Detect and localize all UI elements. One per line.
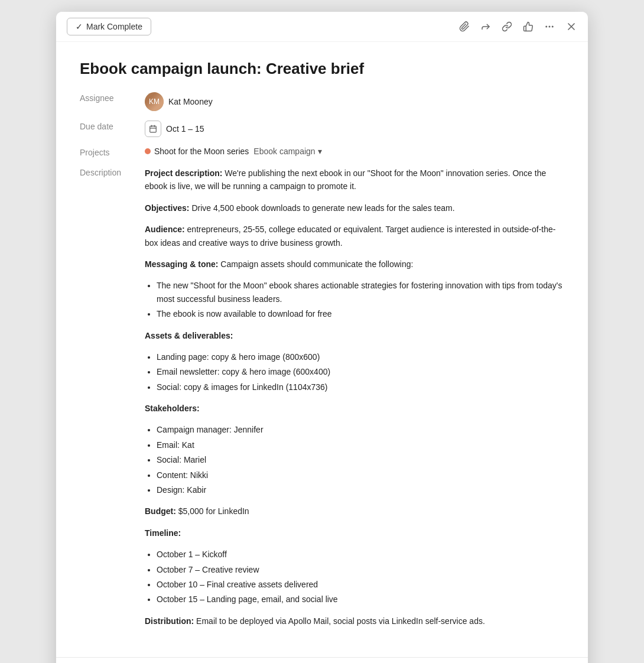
objectives-text: Drive 4,500 ebook downloads to generate … [191,203,454,213]
due-date-text: Oct 1 – 15 [166,124,204,134]
messaging-intro: Campaign assets should communicate the f… [220,259,413,269]
main-content: Ebook campaign launch: Creative brief As… [56,42,588,657]
secondary-project-name: Ebook campaign [253,147,315,156]
list-item: Email newsletter: copy & hero image (600… [157,365,564,378]
svg-point-0 [546,26,547,27]
distribution-para: Distribution: Email to be deployed via A… [145,615,564,628]
description-content: Project description: We're publishing th… [145,167,564,636]
chevron-down-icon: ▾ [318,147,322,156]
messaging-list: The new "Shoot for the Moon" ebook share… [151,279,564,320]
distribution-text: Email to be deployed via Apollo Mail, so… [196,616,485,626]
list-item: October 7 – Creative review [157,563,564,576]
budget-heading: Budget: [145,506,176,516]
projects-value: Shoot for the Moon series Ebook campaign… [145,147,322,156]
audience-text: entrepreneurs, 25-55, college educated o… [145,225,556,247]
like-icon[interactable] [523,21,534,32]
assignee-name: Kat Mooney [168,97,213,106]
stakeholders-heading-para: Stakeholders: [145,402,564,415]
more-icon[interactable] [544,21,555,32]
due-date-value: Oct 1 – 15 [145,121,204,137]
list-item: Campaign manager: Jennifer [157,423,564,436]
objectives-heading: Objectives: [145,203,189,213]
due-date-row: Due date Oct 1 – 15 [80,121,564,137]
messaging-para: Messaging & tone: Campaign assets should… [145,258,564,271]
project-dot [145,148,151,154]
timeline-list: October 1 – KickoffOctober 7 – Creative … [151,548,564,606]
comment-area: @ [56,657,588,663]
projects-label: Projects [80,147,145,157]
assignee-row: Assignee KM Kat Mooney [80,92,564,111]
projects-row: Projects Shoot for the Moon series Ebook… [80,147,564,157]
list-item: October 15 – Landing page, email, and so… [157,593,564,606]
audience-para: Audience: entrepreneurs, 25-55, college … [145,223,564,249]
check-icon: ✓ [76,22,83,31]
toolbar-icons [459,21,577,32]
stakeholders-list: Campaign manager: JenniferEmail: KatSoci… [151,423,564,496]
list-item: October 1 – Kickoff [157,548,564,561]
list-item: October 10 – Final creative assets deliv… [157,578,564,591]
task-title: Ebook campaign launch: Creative brief [80,60,564,78]
link-icon[interactable] [502,21,512,32]
close-icon[interactable] [565,21,577,32]
mark-complete-button[interactable]: ✓ Mark Complete [67,18,151,35]
share-icon[interactable] [480,21,491,32]
assets-heading: Assets & deliverables: [145,331,233,340]
list-item: Design: Kabir [157,483,564,496]
list-item: Social: copy & images for LinkedIn (1104… [157,381,564,394]
svg-rect-5 [150,126,157,132]
primary-project: Shoot for the Moon series [145,147,249,156]
svg-point-1 [549,26,550,27]
timeline-heading-para: Timeline: [145,526,564,540]
audience-heading: Audience: [145,225,185,234]
primary-project-name: Shoot for the Moon series [154,147,249,156]
distribution-heading: Distribution: [145,616,194,626]
budget-text: $5,000 for LinkedIn [178,506,249,516]
toolbar: ✓ Mark Complete [56,12,588,42]
messaging-heading: Messaging & tone: [145,259,218,269]
objectives-para: Objectives: Drive 4,500 ebook downloads … [145,202,564,214]
project-desc-para: Project description: We're publishing th… [145,167,564,193]
assets-list: Landing page: copy & hero image (800x600… [151,350,564,394]
assignee-label: Assignee [80,92,145,103]
description-row: Description Project description: We're p… [80,167,564,636]
stakeholders-heading: Stakeholders: [145,404,200,413]
task-modal: ✓ Mark Complete Ebook campa [56,12,588,663]
secondary-project[interactable]: Ebook campaign ▾ [253,147,321,156]
list-item: The new "Shoot for the Moon" ebook share… [157,279,564,306]
timeline-heading: Timeline: [145,528,181,538]
avatar-image: KM [145,92,164,111]
svg-point-2 [552,26,554,27]
description-label: Description [80,167,145,177]
attachment-icon[interactable] [459,21,470,32]
assignee-value: KM Kat Mooney [145,92,213,111]
list-item: Email: Kat [157,438,564,451]
calendar-icon [145,121,161,137]
list-item: Landing page: copy & hero image (800x600… [157,350,564,363]
project-desc-heading: Project description: [145,168,222,178]
list-item: The ebook is now available to download f… [157,307,564,320]
budget-para: Budget: $5,000 for LinkedIn [145,505,564,518]
list-item: Social: Mariel [157,453,564,466]
due-date-label: Due date [80,121,145,131]
mark-complete-label: Mark Complete [86,22,142,31]
list-item: Content: Nikki [157,469,564,482]
assets-heading-para: Assets & deliverables: [145,329,564,342]
avatar: KM [145,92,164,111]
